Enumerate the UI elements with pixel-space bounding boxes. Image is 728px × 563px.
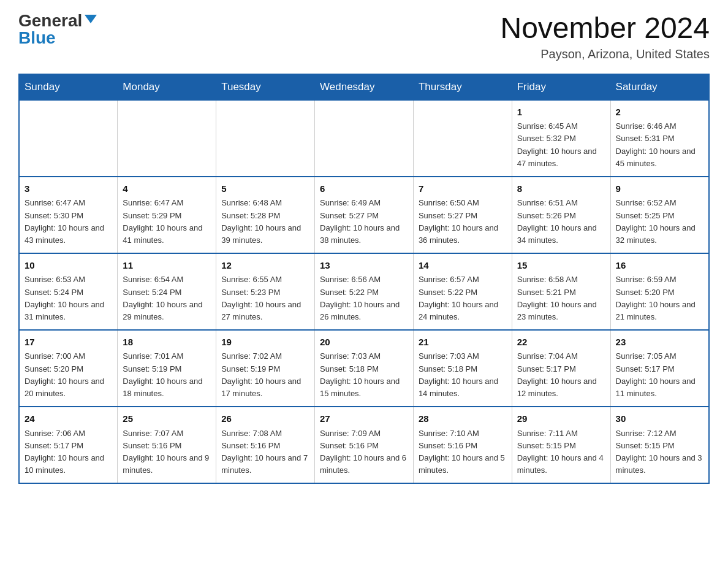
- column-header-saturday: Saturday: [610, 74, 709, 100]
- day-info: Sunrise: 7:11 AM Sunset: 5:15 PM Dayligh…: [517, 427, 605, 477]
- logo-blue: Blue: [18, 29, 56, 47]
- calendar-cell: 21Sunrise: 7:03 AM Sunset: 5:18 PM Dayli…: [413, 330, 512, 407]
- logo-triangle-icon: [85, 15, 97, 23]
- day-info: Sunrise: 6:50 AM Sunset: 5:27 PM Dayligh…: [419, 197, 507, 247]
- calendar-cell: 3Sunrise: 6:47 AM Sunset: 5:30 PM Daylig…: [19, 177, 118, 253]
- logo-general: General: [18, 12, 82, 29]
- week-row-4: 17Sunrise: 7:00 AM Sunset: 5:20 PM Dayli…: [19, 330, 709, 407]
- day-number: 27: [320, 412, 408, 426]
- day-number: 3: [25, 182, 112, 196]
- calendar-cell: 23Sunrise: 7:05 AM Sunset: 5:17 PM Dayli…: [610, 330, 709, 407]
- day-number: 15: [517, 259, 605, 273]
- day-number: 18: [123, 335, 211, 350]
- page-header: General Blue November 2024 Payson, Arizo…: [18, 12, 710, 61]
- day-info: Sunrise: 6:46 AM Sunset: 5:31 PM Dayligh…: [616, 120, 703, 170]
- day-number: 21: [419, 335, 507, 350]
- day-number: 1: [517, 105, 605, 120]
- day-number: 13: [320, 259, 408, 273]
- calendar-cell: 30Sunrise: 7:12 AM Sunset: 5:15 PM Dayli…: [610, 407, 709, 483]
- day-number: 22: [517, 335, 605, 350]
- days-of-week-row: SundayMondayTuesdayWednesdayThursdayFrid…: [19, 74, 709, 100]
- calendar-cell: 14Sunrise: 6:57 AM Sunset: 5:22 PM Dayli…: [413, 253, 512, 330]
- calendar-cell: 10Sunrise: 6:53 AM Sunset: 5:24 PM Dayli…: [19, 253, 118, 330]
- day-number: 25: [123, 412, 211, 426]
- day-info: Sunrise: 7:05 AM Sunset: 5:17 PM Dayligh…: [616, 350, 703, 400]
- day-number: 14: [419, 259, 507, 273]
- day-info: Sunrise: 6:49 AM Sunset: 5:27 PM Dayligh…: [320, 197, 408, 247]
- day-info: Sunrise: 7:03 AM Sunset: 5:18 PM Dayligh…: [320, 350, 408, 400]
- day-info: Sunrise: 6:58 AM Sunset: 5:21 PM Dayligh…: [517, 274, 605, 323]
- day-info: Sunrise: 7:02 AM Sunset: 5:19 PM Dayligh…: [221, 350, 309, 400]
- calendar-cell: [118, 100, 216, 177]
- week-row-1: 1Sunrise: 6:45 AM Sunset: 5:32 PM Daylig…: [19, 100, 709, 177]
- calendar-cell: 6Sunrise: 6:49 AM Sunset: 5:27 PM Daylig…: [315, 177, 414, 253]
- day-info: Sunrise: 6:51 AM Sunset: 5:26 PM Dayligh…: [517, 197, 605, 247]
- day-number: 19: [221, 335, 309, 350]
- day-info: Sunrise: 7:09 AM Sunset: 5:16 PM Dayligh…: [320, 427, 408, 477]
- day-info: Sunrise: 6:56 AM Sunset: 5:22 PM Dayligh…: [320, 274, 408, 323]
- title-block: November 2024 Payson, Arizona, United St…: [500, 12, 710, 61]
- column-header-tuesday: Tuesday: [216, 74, 315, 100]
- day-number: 10: [25, 259, 112, 273]
- day-number: 29: [517, 412, 605, 426]
- calendar-cell: 1Sunrise: 6:45 AM Sunset: 5:32 PM Daylig…: [512, 100, 610, 177]
- day-info: Sunrise: 6:47 AM Sunset: 5:29 PM Dayligh…: [123, 197, 211, 247]
- calendar-cell: 15Sunrise: 6:58 AM Sunset: 5:21 PM Dayli…: [512, 253, 610, 330]
- day-number: 5: [221, 182, 309, 196]
- day-info: Sunrise: 6:53 AM Sunset: 5:24 PM Dayligh…: [25, 274, 112, 323]
- logo: General Blue: [18, 12, 97, 47]
- day-number: 30: [616, 412, 703, 426]
- calendar-cell: 9Sunrise: 6:52 AM Sunset: 5:25 PM Daylig…: [610, 177, 709, 253]
- day-info: Sunrise: 7:01 AM Sunset: 5:19 PM Dayligh…: [123, 350, 211, 400]
- day-info: Sunrise: 6:59 AM Sunset: 5:20 PM Dayligh…: [616, 274, 703, 323]
- day-info: Sunrise: 6:54 AM Sunset: 5:24 PM Dayligh…: [123, 274, 211, 323]
- day-info: Sunrise: 6:55 AM Sunset: 5:23 PM Dayligh…: [221, 274, 309, 323]
- calendar-cell: 16Sunrise: 6:59 AM Sunset: 5:20 PM Dayli…: [610, 253, 709, 330]
- column-header-friday: Friday: [512, 74, 610, 100]
- calendar-cell: 17Sunrise: 7:00 AM Sunset: 5:20 PM Dayli…: [19, 330, 118, 407]
- calendar-header: SundayMondayTuesdayWednesdayThursdayFrid…: [19, 74, 709, 100]
- day-info: Sunrise: 7:07 AM Sunset: 5:16 PM Dayligh…: [123, 427, 211, 477]
- calendar-cell: 5Sunrise: 6:48 AM Sunset: 5:28 PM Daylig…: [216, 177, 315, 253]
- day-info: Sunrise: 6:47 AM Sunset: 5:30 PM Dayligh…: [25, 197, 112, 247]
- calendar-cell: 28Sunrise: 7:10 AM Sunset: 5:16 PM Dayli…: [413, 407, 512, 483]
- column-header-monday: Monday: [118, 74, 216, 100]
- day-number: 23: [616, 335, 703, 350]
- day-number: 24: [25, 412, 112, 426]
- calendar-cell: 27Sunrise: 7:09 AM Sunset: 5:16 PM Dayli…: [315, 407, 414, 483]
- day-info: Sunrise: 7:10 AM Sunset: 5:16 PM Dayligh…: [419, 427, 507, 477]
- day-info: Sunrise: 6:45 AM Sunset: 5:32 PM Dayligh…: [517, 120, 605, 170]
- calendar-title: November 2024: [500, 12, 710, 45]
- calendar-table: SundayMondayTuesdayWednesdayThursdayFrid…: [18, 74, 710, 484]
- day-info: Sunrise: 7:12 AM Sunset: 5:15 PM Dayligh…: [616, 427, 703, 477]
- week-row-5: 24Sunrise: 7:06 AM Sunset: 5:17 PM Dayli…: [19, 407, 709, 483]
- day-info: Sunrise: 6:48 AM Sunset: 5:28 PM Dayligh…: [221, 197, 309, 247]
- day-number: 16: [616, 259, 703, 273]
- calendar-cell: 8Sunrise: 6:51 AM Sunset: 5:26 PM Daylig…: [512, 177, 610, 253]
- day-number: 28: [419, 412, 507, 426]
- calendar-cell: [315, 100, 414, 177]
- calendar-cell: 24Sunrise: 7:06 AM Sunset: 5:17 PM Dayli…: [19, 407, 118, 483]
- calendar-cell: 29Sunrise: 7:11 AM Sunset: 5:15 PM Dayli…: [512, 407, 610, 483]
- calendar-cell: 25Sunrise: 7:07 AM Sunset: 5:16 PM Dayli…: [118, 407, 216, 483]
- day-info: Sunrise: 7:00 AM Sunset: 5:20 PM Dayligh…: [25, 350, 112, 400]
- day-number: 7: [419, 182, 507, 196]
- calendar-cell: 18Sunrise: 7:01 AM Sunset: 5:19 PM Dayli…: [118, 330, 216, 407]
- calendar-body: 1Sunrise: 6:45 AM Sunset: 5:32 PM Daylig…: [19, 100, 709, 483]
- calendar-subtitle: Payson, Arizona, United States: [500, 47, 710, 61]
- calendar-cell: [413, 100, 512, 177]
- day-number: 6: [320, 182, 408, 196]
- day-number: 2: [616, 105, 703, 120]
- week-row-3: 10Sunrise: 6:53 AM Sunset: 5:24 PM Dayli…: [19, 253, 709, 330]
- calendar-cell: 26Sunrise: 7:08 AM Sunset: 5:16 PM Dayli…: [216, 407, 315, 483]
- day-info: Sunrise: 7:06 AM Sunset: 5:17 PM Dayligh…: [25, 427, 112, 477]
- day-info: Sunrise: 6:52 AM Sunset: 5:25 PM Dayligh…: [616, 197, 703, 247]
- calendar-cell: [19, 100, 118, 177]
- day-info: Sunrise: 6:57 AM Sunset: 5:22 PM Dayligh…: [419, 274, 507, 323]
- calendar-cell: 13Sunrise: 6:56 AM Sunset: 5:22 PM Dayli…: [315, 253, 414, 330]
- calendar-cell: [216, 100, 315, 177]
- calendar-cell: 2Sunrise: 6:46 AM Sunset: 5:31 PM Daylig…: [610, 100, 709, 177]
- day-number: 20: [320, 335, 408, 350]
- column-header-wednesday: Wednesday: [315, 74, 414, 100]
- calendar-cell: 19Sunrise: 7:02 AM Sunset: 5:19 PM Dayli…: [216, 330, 315, 407]
